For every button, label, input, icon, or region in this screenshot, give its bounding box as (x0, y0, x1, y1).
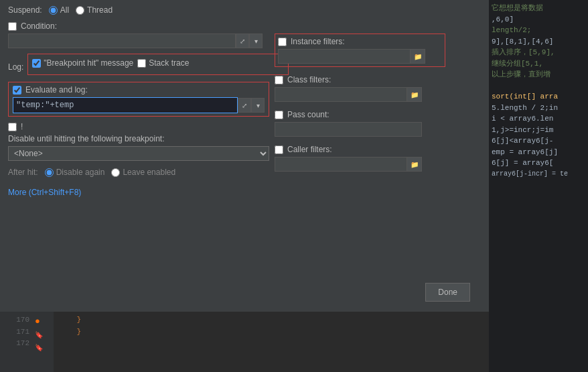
code-line-171: } (59, 314, 484, 326)
right-line-10: 5.length / 2;in (492, 103, 585, 114)
leave-enabled-radio[interactable] (111, 168, 120, 177)
line-numbers: 170 171 172 (0, 312, 33, 372)
editor-bottom: 170 171 172 ● 🔖 🔖 } } (0, 312, 489, 372)
line-number-170: 170 (0, 314, 29, 326)
class-filter-checkbox[interactable] (275, 76, 283, 84)
filters-area: Instance filters: 📁 Class filters: 📁 (275, 34, 475, 180)
right-line-3: length/2; (492, 25, 585, 36)
leave-enabled-label: Leave enabled (123, 168, 175, 177)
right-line-5: 插入排序，[5,9], (492, 47, 585, 58)
condition-row: Condition: (8, 21, 481, 31)
suspend-label: Suspend: (8, 5, 42, 15)
bookmark-icon-171: 🔖 (35, 331, 43, 338)
caller-filter-input-row: 📁 (275, 157, 422, 172)
code-area: } } (54, 312, 489, 372)
pass-count-input[interactable] (275, 122, 422, 137)
right-line-6: 继续分组[5,1, (492, 58, 585, 70)
after-hit-label: After hit: (8, 168, 38, 177)
evaluate-input-row: ⤢ ▾ (13, 97, 265, 113)
right-line-12: 1,j>=incr;j=im (492, 125, 585, 136)
right-line-1: 它想想是将数据 (492, 3, 585, 14)
disable-until-label: Disable until hitting the following brea… (8, 134, 164, 143)
instance-filter-input[interactable] (278, 49, 411, 64)
right-line-16: array6[j-incr] = te (492, 169, 585, 179)
condition-expand-btn[interactable]: ⤢ (236, 34, 249, 48)
leave-enabled-option[interactable]: Leave enabled (111, 168, 175, 177)
condition-input-row: ⤢ ▾ (8, 34, 263, 48)
suspend-thread-label: Thread (87, 5, 113, 15)
right-line-8 (492, 80, 585, 92)
caller-filter-section: Caller filters: 📁 (275, 145, 475, 172)
line-number-171: 171 (0, 326, 29, 338)
breakpoint-dialog: Suspend: All Thread Condition: ⤢ ▾ Log: … (0, 0, 489, 372)
caller-filter-input[interactable] (275, 157, 407, 172)
right-line-7: 以上步骤，直到增 (492, 69, 585, 80)
stack-trace-option[interactable]: Stack trace (137, 58, 189, 68)
breakpoint-hit-label: "Breakpoint hit" message (44, 58, 133, 68)
right-panel: 它想想是将数据 ,6,0] length/2; 9],[8,1],[4,6] 插… (489, 0, 588, 372)
line-171-icon: 🔖 (35, 328, 52, 341)
evaluate-section: Evaluate and log: ⤢ ▾ (8, 82, 269, 117)
line-number-172: 172 (0, 338, 29, 350)
pass-count-section: Pass count: (275, 110, 475, 137)
suspend-thread-option[interactable]: Thread (76, 5, 113, 15)
right-line-9: sort(int[] arra (492, 91, 585, 103)
more-link[interactable]: More (Ctrl+Shift+F8) (8, 188, 481, 197)
caller-filter-row: Caller filters: (275, 145, 475, 154)
suspend-all-radio[interactable] (49, 6, 58, 15)
condition-checkbox[interactable] (8, 22, 17, 31)
instance-filter-input-row: 📁 (278, 49, 425, 64)
select-row: <None> (8, 146, 269, 161)
class-filter-btn[interactable]: 📁 (407, 87, 422, 102)
suspend-row: Suspend: All Thread (8, 5, 481, 15)
log-options-row: "Breakpoint hit" message Stack trace (32, 58, 284, 68)
stack-trace-label: Stack trace (149, 58, 189, 68)
evaluate-expand-btn[interactable]: ⤢ (238, 98, 251, 113)
instance-filter-btn[interactable]: 📁 (411, 49, 425, 64)
evaluate-label: Evaluate and log: (25, 85, 88, 95)
right-line-13: 6[j]<array6[j- (492, 135, 585, 147)
pass-count-input-row (275, 122, 422, 137)
class-filter-section: Class filters: 📁 (275, 75, 475, 102)
pass-count-checkbox[interactable] (275, 111, 283, 119)
gutter-icons: ● 🔖 🔖 (33, 312, 54, 372)
extra-checkbox[interactable] (8, 123, 17, 131)
instance-filter-section: Instance filters: 📁 (275, 34, 475, 67)
extra-label: ! (21, 122, 23, 131)
done-button[interactable]: Done (425, 283, 470, 302)
disable-again-radio[interactable] (45, 168, 54, 177)
disable-again-option[interactable]: Disable again (45, 168, 105, 177)
suspend-all-option[interactable]: All (49, 5, 69, 15)
evaluate-header: Evaluate and log: (13, 85, 265, 95)
instance-filter-checkbox[interactable] (278, 38, 287, 46)
caller-filter-btn[interactable]: 📁 (407, 157, 422, 172)
condition-dropdown-btn[interactable]: ▾ (249, 34, 263, 48)
right-line-2: ,6,0] (492, 14, 585, 25)
pass-count-row: Pass count: (275, 110, 475, 119)
log-section: "Breakpoint hit" message Stack trace (27, 54, 289, 75)
breakpoint-hit-checkbox[interactable] (32, 59, 41, 68)
breakpoint-select[interactable]: <None> (8, 146, 269, 161)
instance-filter-border: Instance filters: 📁 (275, 34, 445, 67)
right-line-14: emp = array6[j] (492, 147, 585, 158)
class-filter-row: Class filters: (275, 75, 475, 84)
line-172-icon: 🔖 (35, 341, 52, 354)
caller-filter-checkbox[interactable] (275, 145, 283, 154)
right-line-11: i < array6.len (492, 113, 585, 125)
condition-input[interactable] (8, 34, 236, 48)
class-filter-input[interactable] (275, 87, 407, 102)
suspend-thread-radio[interactable] (76, 6, 84, 15)
right-line-15: 6[j] = array6[ (492, 158, 585, 169)
log-section-label: Log: (8, 62, 23, 72)
pass-count-label: Pass count: (287, 110, 329, 119)
code-line-172: } (59, 326, 484, 338)
suspend-all-label: All (60, 5, 69, 15)
evaluate-checkbox[interactable] (13, 86, 21, 95)
breakpoint-hit-option[interactable]: "Breakpoint hit" message (32, 58, 133, 68)
disable-again-label: Disable again (56, 168, 105, 177)
evaluate-dropdown-btn[interactable]: ▾ (251, 98, 265, 113)
instance-filter-label: Instance filters: (291, 37, 345, 46)
evaluate-input[interactable] (13, 97, 238, 113)
line-170-icon: ● (35, 314, 52, 328)
stack-trace-checkbox[interactable] (137, 59, 146, 68)
